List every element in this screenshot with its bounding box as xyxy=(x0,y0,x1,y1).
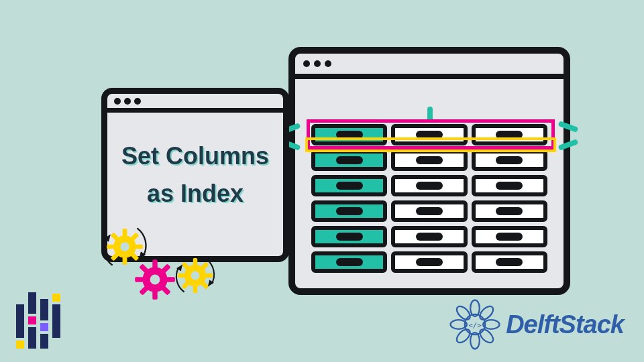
svg-point-21 xyxy=(150,275,160,285)
cell-index xyxy=(311,149,387,171)
delftstack-mandala-icon: </> xyxy=(449,299,500,350)
cell xyxy=(391,200,467,222)
accent-spark xyxy=(558,121,579,133)
svg-text:</>: </> xyxy=(469,321,482,330)
cell xyxy=(391,226,467,247)
cell xyxy=(472,149,547,171)
cell xyxy=(472,175,547,196)
cell xyxy=(391,149,467,171)
window-control-dot xyxy=(303,60,310,67)
cell xyxy=(472,200,547,222)
cell xyxy=(472,226,547,247)
cell xyxy=(391,251,467,273)
delftstack-logo: </> DelftStack xyxy=(449,299,624,350)
accent-spark xyxy=(558,139,579,151)
window-control-dot xyxy=(124,98,131,105)
window-control-dot xyxy=(114,98,121,105)
svg-rect-15 xyxy=(135,277,143,282)
rotation-arrow-icon xyxy=(168,248,223,303)
window-titlebar-front xyxy=(107,94,283,113)
window-titlebar-back xyxy=(295,54,564,79)
cell xyxy=(472,251,547,273)
cell-index xyxy=(311,226,387,247)
window-control-dot xyxy=(314,60,321,67)
pandas-logo-icon xyxy=(16,292,63,349)
svg-rect-13 xyxy=(152,259,157,267)
svg-rect-14 xyxy=(152,291,157,299)
window-control-dot xyxy=(325,60,331,67)
page-title: Set Columns as Index xyxy=(107,137,283,213)
highlight-rect-yellow xyxy=(305,137,556,152)
cell xyxy=(391,175,467,196)
window-control-dot xyxy=(134,98,141,105)
spreadsheet-window xyxy=(288,47,570,295)
cell-index xyxy=(311,200,387,222)
brand-text: DelftStack xyxy=(506,310,624,339)
cell-index xyxy=(311,251,387,273)
title-line-2: as Index xyxy=(107,175,283,213)
cell-index xyxy=(311,175,387,196)
title-line-1: Set Columns xyxy=(107,137,283,175)
